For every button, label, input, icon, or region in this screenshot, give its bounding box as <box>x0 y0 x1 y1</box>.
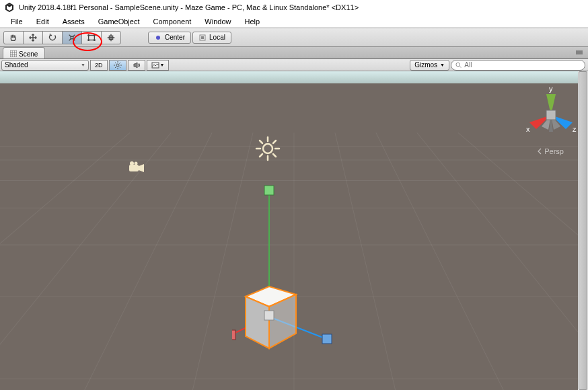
scene-view-toolbar: Shaded ▼ 2D ▼ Gizmos ▼ <box>0 59 588 71</box>
svg-rect-66 <box>232 330 235 340</box>
transform-tools-group <box>4 31 121 44</box>
svg-point-49 <box>263 144 272 153</box>
rect-tool-button[interactable] <box>81 31 102 44</box>
tab-scene[interactable]: Scene <box>3 47 45 58</box>
pivot-mode-label: Center <box>165 34 185 41</box>
svg-line-46 <box>376 132 506 390</box>
axis-y-label: y <box>549 85 553 93</box>
svg-line-26 <box>115 63 116 64</box>
svg-point-8 <box>94 39 96 40</box>
audio-icon <box>133 61 141 69</box>
svg-line-48 <box>458 132 588 390</box>
light-gizmo-icon[interactable] <box>254 135 281 162</box>
svg-rect-67 <box>322 334 332 344</box>
scale-icon <box>67 33 77 42</box>
handle-rotation-button[interactable]: Local <box>192 32 231 44</box>
audio-toggle-button[interactable] <box>128 60 145 71</box>
dropdown-arrow-icon: ▼ <box>440 63 445 67</box>
lighting-toggle-button[interactable] <box>109 60 126 71</box>
svg-line-29 <box>119 63 120 64</box>
menu-gameobject[interactable]: GameObject <box>91 16 147 27</box>
svg-rect-65 <box>264 186 274 195</box>
svg-point-61 <box>135 162 138 165</box>
svg-rect-12 <box>201 36 204 39</box>
local-icon <box>198 34 207 42</box>
svg-line-42 <box>82 132 212 390</box>
dropdown-arrow-icon: ▼ <box>160 63 165 67</box>
svg-point-6 <box>94 34 96 36</box>
svg-line-55 <box>273 154 276 157</box>
handle-rotation-label: Local <box>209 34 225 41</box>
scene-search-box[interactable] <box>451 60 585 71</box>
menu-assets[interactable]: Assets <box>56 16 91 27</box>
svg-line-57 <box>273 141 276 143</box>
gizmos-label: Gizmos <box>414 61 437 69</box>
svg-rect-58 <box>129 165 139 171</box>
viewport-scrollbar[interactable] <box>578 71 588 390</box>
window-title: Unity 2018.4.18f1 Personal - SampleScene… <box>19 3 359 11</box>
gizmos-dropdown[interactable]: Gizmos ▼ <box>410 60 449 71</box>
chevron-left-icon <box>537 148 542 155</box>
svg-line-28 <box>115 67 116 68</box>
svg-line-56 <box>260 154 262 157</box>
menu-edit[interactable]: Edit <box>30 16 56 27</box>
tabs-bar: Scene <box>0 47 588 59</box>
svg-point-60 <box>130 161 134 165</box>
menu-file[interactable]: File <box>4 16 30 27</box>
scene-tab-icon <box>10 50 17 57</box>
menu-bar: File Edit Assets GameObject Component Wi… <box>0 15 588 28</box>
tabs-menu-icon <box>575 50 584 55</box>
effects-toggle-button[interactable]: ▼ <box>147 60 170 71</box>
svg-point-5 <box>88 34 89 36</box>
transform-tool-button[interactable] <box>101 31 121 44</box>
axis-x-label: x <box>526 125 530 133</box>
menu-window[interactable]: Window <box>198 16 237 27</box>
sun-icon <box>114 61 122 69</box>
axis-z-label: z <box>573 125 577 133</box>
rotate-tool-button[interactable] <box>42 31 63 44</box>
move-tool-button[interactable] <box>23 31 43 44</box>
shading-mode-label: Shaded <box>5 61 28 69</box>
camera-gizmo-icon[interactable] <box>128 161 145 174</box>
move-icon <box>28 33 38 42</box>
mode-2d-button[interactable]: 2D <box>90 60 108 71</box>
tabs-menu-button[interactable] <box>573 48 585 56</box>
svg-point-21 <box>116 64 119 67</box>
scene-search-input[interactable] <box>464 61 581 69</box>
svg-rect-4 <box>89 35 95 40</box>
menu-help[interactable]: Help <box>237 16 266 27</box>
menu-component[interactable]: Component <box>146 16 198 27</box>
pivot-mode-button[interactable]: Center <box>148 32 191 44</box>
scene-viewport[interactable]: x z y Persp <box>0 71 588 390</box>
scrollbar-thumb[interactable] <box>579 71 587 390</box>
projection-mode-toggle[interactable]: Persp <box>537 147 564 155</box>
rotate-icon <box>48 33 57 42</box>
svg-rect-71 <box>264 311 274 320</box>
transform-icon <box>106 33 116 42</box>
svg-line-32 <box>460 66 461 67</box>
svg-rect-78 <box>546 110 556 120</box>
orientation-gizmo[interactable]: x z y <box>521 85 581 145</box>
title-bar: Unity 2018.4.18f1 Personal - SampleScene… <box>0 0 588 15</box>
tab-scene-label: Scene <box>19 50 38 58</box>
svg-rect-13 <box>10 50 17 57</box>
svg-point-7 <box>88 39 89 40</box>
handle-controls-group: Center Local <box>148 32 231 44</box>
svg-line-44 <box>0 132 130 390</box>
hand-icon <box>9 33 18 42</box>
svg-rect-3 <box>71 36 73 39</box>
center-icon <box>154 34 162 42</box>
search-icon <box>455 62 462 69</box>
dropdown-arrow-icon: ▼ <box>81 63 85 67</box>
svg-point-31 <box>456 63 460 67</box>
svg-line-27 <box>119 67 120 68</box>
rect-icon <box>87 33 96 42</box>
shading-mode-dropdown[interactable]: Shaded ▼ <box>1 60 89 71</box>
svg-line-47 <box>417 132 588 390</box>
svg-point-10 <box>156 36 160 40</box>
selected-cube-object[interactable] <box>232 179 346 354</box>
scale-tool-button[interactable] <box>62 31 82 44</box>
svg-marker-59 <box>139 164 144 172</box>
hand-tool-button[interactable] <box>3 31 24 44</box>
projection-label: Persp <box>544 147 564 155</box>
